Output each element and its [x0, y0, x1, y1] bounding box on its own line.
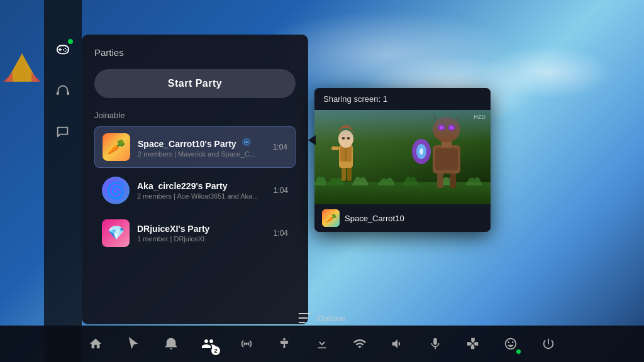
- svg-rect-5: [58, 49, 62, 50]
- party-avatar: [102, 219, 130, 247]
- sky-overlay: [314, 110, 491, 141]
- svg-point-12: [245, 141, 248, 143]
- face-icon[interactable]: [501, 334, 521, 354]
- party-time: 1:04: [273, 143, 287, 151]
- sidebar-controller[interactable]: [52, 38, 74, 60]
- party-name: Space_Carrot10's Party: [138, 137, 268, 149]
- gamepad-icon[interactable]: [463, 334, 483, 354]
- svg-rect-10: [57, 92, 59, 96]
- svg-point-7: [66, 49, 67, 50]
- cursor-icon[interactable]: [123, 334, 143, 354]
- svg-rect-27: [435, 148, 458, 170]
- game-hud: HZD: [474, 114, 486, 120]
- mic-icon[interactable]: [425, 334, 445, 354]
- streaming-icon: [242, 137, 252, 147]
- face-status-dot: [516, 349, 521, 354]
- share-user-name: Space_Carrot10: [345, 214, 404, 223]
- start-party-button[interactable]: Start Party: [94, 69, 296, 98]
- signal-icon[interactable]: [236, 334, 257, 354]
- joinable-label: Joinable: [94, 111, 296, 120]
- panel-title: Parties: [94, 47, 296, 58]
- svg-point-6: [65, 48, 66, 49]
- svg-point-37: [245, 343, 248, 345]
- options-label: Options: [318, 314, 346, 323]
- accessibility-icon[interactable]: [274, 334, 294, 354]
- party-name: Aka_circle229's Party: [137, 181, 269, 191]
- screen-share-user: 🥕 Space_Carrot10: [314, 204, 491, 232]
- status-dot: [68, 39, 73, 44]
- download-icon[interactable]: [312, 334, 332, 354]
- svg-point-36: [419, 148, 423, 155]
- sidebar-chat[interactable]: [52, 121, 74, 143]
- party-time: 1:04: [274, 229, 288, 238]
- party-time: 1:04: [274, 186, 288, 195]
- home-icon[interactable]: [86, 334, 106, 354]
- svg-point-38: [283, 338, 286, 341]
- taskbar: 2: [0, 326, 644, 362]
- screen-share-popup: Sharing screen: 1: [314, 88, 491, 232]
- share-user-avatar: 🥕: [322, 209, 340, 227]
- options-bar: Options: [299, 313, 346, 323]
- friends-badge: 2: [211, 346, 220, 355]
- party-members: 1 member | DRjuiceXI: [137, 235, 269, 243]
- volume-icon[interactable]: [387, 334, 408, 354]
- bell-icon[interactable]: [161, 334, 181, 354]
- screen-share-title: Sharing screen: 1: [314, 88, 491, 110]
- svg-rect-23: [331, 146, 339, 150]
- svg-point-9: [63, 49, 64, 50]
- party-info: Space_Carrot10's Party 2 members | Maver…: [138, 137, 268, 158]
- party-info: DRjuiceXI's Party 1 member | DRjuiceXI: [137, 224, 269, 243]
- party-name: DRjuiceXI's Party: [137, 224, 269, 234]
- parties-panel: Parties Start Party Joinable Space_Carro…: [82, 35, 308, 324]
- party-list: Space_Carrot10's Party 2 members | Maver…: [94, 126, 296, 253]
- screen-share-preview: HZD: [314, 110, 491, 204]
- options-menu-icon: [299, 313, 311, 323]
- party-avatar: [102, 177, 130, 204]
- popup-arrow: [308, 135, 316, 145]
- wifi-icon[interactable]: [350, 334, 370, 354]
- party-avatar: [103, 133, 130, 161]
- friends-icon[interactable]: 2: [199, 334, 219, 354]
- svg-rect-11: [67, 92, 69, 96]
- party-members: 2 members | Maverick and Space_C...: [138, 150, 268, 158]
- sidebar: [44, 0, 82, 362]
- party-info: Aka_circle229's Party 2 members | Ace-Wi…: [137, 181, 269, 200]
- party-item[interactable]: Space_Carrot10's Party 2 members | Maver…: [94, 126, 296, 168]
- svg-point-8: [65, 51, 66, 52]
- party-item[interactable]: Aka_circle229's Party 2 members | Ace-Wi…: [94, 170, 296, 211]
- party-members: 2 members | Ace-Wilcat3651 and Aka...: [137, 192, 269, 200]
- svg-marker-2: [31, 72, 41, 82]
- power-icon[interactable]: [538, 334, 558, 354]
- sidebar-headset[interactable]: [52, 79, 74, 102]
- svg-marker-1: [3, 72, 13, 82]
- party-item[interactable]: DRjuiceXI's Party 1 member | DRjuiceXI 1…: [94, 213, 296, 253]
